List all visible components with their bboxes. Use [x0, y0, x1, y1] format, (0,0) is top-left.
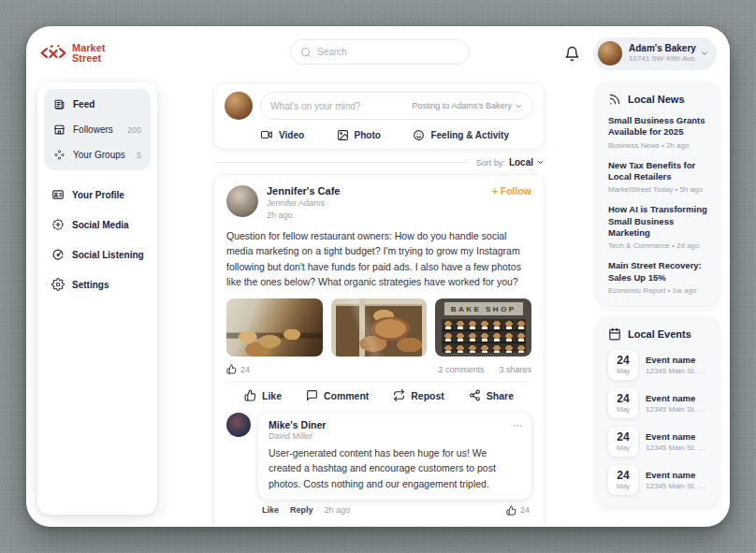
comment-timestamp: 2h ago	[325, 505, 351, 515]
post-photo-bake-shop[interactable]: BAKE SHOP	[435, 298, 531, 357]
gear-icon	[51, 278, 65, 291]
event-address: 12345 Main St. Portland, OR...	[646, 444, 707, 452]
post-business-name[interactable]: Jennifer's Cafe	[267, 185, 340, 196]
event-row[interactable]: 24May Event name12345 Main St. Portland,…	[608, 388, 707, 418]
post-stats: 24 2 comments 3 shares	[226, 364, 531, 374]
news-item[interactable]: New Tax Benefits for Local Retailers Mar…	[608, 160, 707, 195]
feed-icon	[53, 98, 65, 110]
sidebar-item-your-profile[interactable]: Your Profile	[44, 180, 151, 210]
event-row[interactable]: 24May Event name12345 Main St. Portland,…	[608, 465, 707, 495]
right-rail: Local News Small Business Grants Availab…	[597, 82, 719, 507]
thumb-up-icon[interactable]	[226, 364, 237, 374]
posting-to-selector[interactable]: Posting to Adams's Bakery	[412, 101, 523, 110]
post-text: Question for fellow restaurant owners: H…	[226, 228, 531, 289]
news-headline[interactable]: Small Business Grants Available for 2025	[608, 115, 707, 138]
local-events-title: Local Events	[628, 328, 691, 340]
chevron-down-icon	[700, 49, 709, 58]
groups-icon	[53, 149, 65, 161]
composer-input-pill[interactable]: Posting to Adams's Bakery	[260, 92, 533, 120]
sidebar-item-followers[interactable]: Followers 200	[46, 117, 149, 142]
search-bar[interactable]	[290, 39, 470, 65]
post-timestamp: 2h ago	[267, 210, 340, 221]
sidebar-label: Social Listening	[72, 250, 144, 260]
share-button[interactable]: Share	[469, 389, 514, 401]
left-sidebar: Feed Followers 200 Your Groups 5	[37, 82, 157, 515]
comment-button[interactable]: Comment	[306, 389, 369, 401]
event-day: 24	[617, 470, 629, 481]
news-time: 1w ago	[665, 286, 696, 295]
sidebar-label: Feed	[73, 99, 94, 109]
post-photo-bread-display[interactable]	[331, 298, 428, 357]
sidebar-item-your-groups[interactable]: Your Groups 5	[46, 142, 149, 167]
profile-address: 10741 SW 49th Ave.	[629, 54, 693, 64]
composer-input[interactable]	[270, 101, 406, 111]
event-month: May	[617, 368, 630, 375]
news-item[interactable]: How AI is Transforming Small Business Ma…	[608, 204, 707, 250]
notifications-bell-icon[interactable]	[564, 46, 580, 62]
sidebar-label: Your Profile	[72, 190, 124, 200]
profile-switcher[interactable]: Adam's Bakery 10741 SW 49th Ave.	[593, 37, 717, 70]
comment-like-count: 24	[520, 505, 530, 515]
news-item[interactable]: Small Business Grants Available for 2025…	[608, 115, 707, 150]
avatar[interactable]	[226, 413, 251, 516]
logo[interactable]: Market Street	[39, 42, 105, 65]
market-street-logo-icon	[39, 42, 67, 65]
news-item[interactable]: Main Street Recovery: Sales Up 15% Econo…	[608, 260, 707, 295]
profile-card-icon	[51, 188, 65, 201]
news-headline[interactable]: How AI is Transforming Small Business Ma…	[608, 204, 707, 239]
like-label: Like	[262, 390, 282, 401]
video-button[interactable]: Video	[260, 128, 304, 141]
share-label: Share	[487, 390, 514, 401]
sidebar-item-settings[interactable]: Settings	[44, 269, 151, 299]
local-news-card: Local News Small Business Grants Availab…	[597, 82, 719, 306]
event-name[interactable]: Event name	[646, 470, 707, 480]
avatar[interactable]	[225, 92, 253, 120]
feeling-activity-button[interactable]: Feeling & Activity	[413, 128, 509, 141]
comment-like-button[interactable]: Like	[262, 505, 279, 515]
post-photo-bakery-kitchen[interactable]	[226, 298, 323, 357]
post-actions: Like Comment Repost	[226, 389, 531, 401]
chevron-down-icon	[515, 102, 523, 110]
logo-line2: Street	[72, 52, 101, 64]
top-bar: Market Street Adam's Bakery 10741 SW 49t…	[26, 26, 730, 80]
sidebar-label: Settings	[72, 280, 109, 290]
sort-by-label: Sort by:	[476, 158, 505, 167]
comment-business-name[interactable]: Mike's Diner	[269, 419, 521, 430]
news-time: 5h ago	[673, 185, 703, 194]
chevron-down-icon[interactable]	[536, 158, 545, 167]
repost-button[interactable]: Repost	[393, 389, 444, 401]
thumb-up-icon[interactable]	[506, 505, 516, 516]
event-name[interactable]: Event name	[646, 355, 707, 365]
local-events-card: Local Events 24May Event name12345 Main …	[597, 317, 719, 507]
event-row[interactable]: 24May Event name12345 Main St. Portland,…	[608, 350, 707, 380]
comment-bubble: Mike's Diner David Miller User-generated…	[258, 413, 531, 500]
event-date-chip: 24May	[608, 465, 638, 495]
gauge-icon	[51, 248, 65, 261]
post-author-name: Jennifer Adams	[267, 197, 340, 209]
rss-icon	[608, 93, 621, 106]
news-headline[interactable]: Main Street Recovery: Sales Up 15%	[608, 260, 707, 284]
news-headline[interactable]: New Tax Benefits for Local Retailers	[608, 160, 707, 183]
topbar-right: Adam's Bakery 10741 SW 49th Ave.	[564, 37, 717, 70]
event-name[interactable]: Event name	[646, 431, 707, 442]
avatar[interactable]	[226, 185, 258, 217]
search-icon	[300, 47, 312, 58]
comment-reply-button[interactable]: Reply	[290, 505, 313, 515]
sidebar-item-social-listening[interactable]: Social Listening	[44, 240, 151, 269]
event-date-chip: 24May	[608, 427, 638, 457]
avatar	[598, 41, 622, 65]
followers-count: 200	[127, 125, 141, 135]
post-comments-count[interactable]: 2 comments	[438, 365, 484, 374]
sort-value[interactable]: Local	[509, 157, 533, 167]
event-row[interactable]: 24May Event name12345 Main St. Portland,…	[608, 427, 707, 457]
comment-text: User-generated content has been huge for…	[269, 445, 521, 491]
sidebar-item-feed[interactable]: Feed	[46, 92, 149, 117]
follow-button[interactable]: + Follow	[492, 185, 531, 196]
photo-button[interactable]: Photo	[337, 128, 381, 141]
event-name[interactable]: Event name	[646, 393, 707, 403]
sidebar-item-social-media[interactable]: Social Media	[44, 210, 151, 240]
like-button[interactable]: Like	[244, 389, 282, 401]
post-shares-count[interactable]: 3 shares	[499, 365, 531, 374]
more-options-icon[interactable]	[512, 420, 523, 431]
search-input[interactable]	[317, 47, 439, 57]
